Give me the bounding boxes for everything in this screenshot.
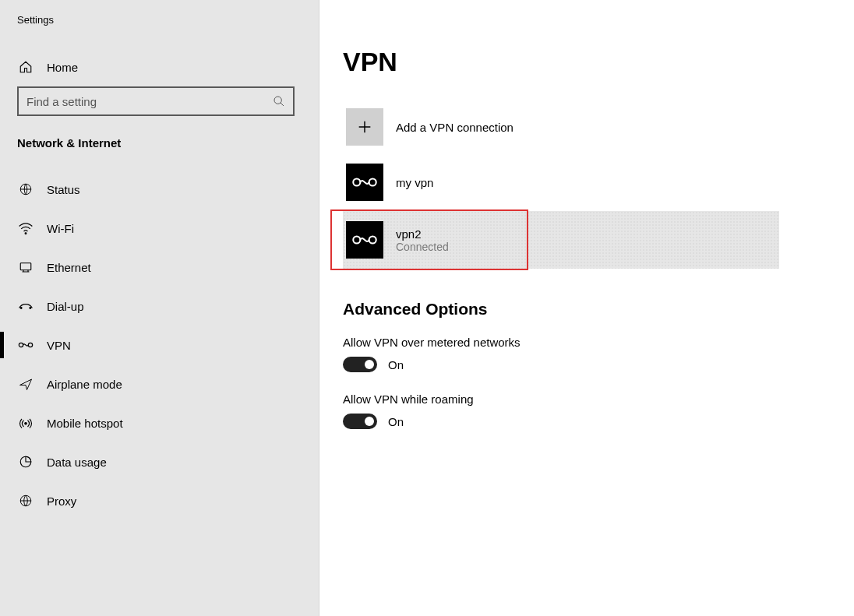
search-icon — [273, 95, 285, 107]
svg-point-6 — [19, 343, 23, 347]
toggle-state: On — [388, 358, 404, 371]
sidebar-item-label: VPN — [47, 339, 71, 352]
vpn-status: Connected — [396, 241, 449, 253]
sidebar-item-dialup[interactable]: Dial-up — [0, 287, 319, 326]
sidebar-item-label: Ethernet — [47, 261, 91, 274]
sidebar-item-label: Wi-Fi — [47, 222, 74, 235]
sidebar-nav-list: Status Wi-Fi Ethernet — [0, 170, 319, 520]
status-icon — [17, 181, 34, 198]
advanced-options-title: Advanced Options — [343, 300, 854, 319]
vpn-name: vpn2 — [396, 227, 449, 241]
settings-sidebar: Settings Home Network & Internet — [0, 0, 319, 616]
svg-point-13 — [353, 236, 360, 243]
vpn-name: my vpn — [396, 176, 433, 189]
toggle-roaming[interactable] — [343, 414, 377, 429]
sidebar-item-vpn[interactable]: VPN — [0, 326, 319, 364]
page-title: VPN — [343, 47, 854, 77]
sidebar-item-label: Airplane mode — [47, 378, 122, 391]
sidebar-home[interactable]: Home — [0, 48, 319, 86]
toggle-metered[interactable] — [343, 357, 377, 372]
svg-point-12 — [369, 178, 376, 185]
sidebar-item-label: Status — [47, 183, 80, 196]
svg-point-4 — [20, 308, 22, 309]
toggle-state: On — [388, 415, 404, 428]
home-icon — [17, 58, 34, 76]
svg-point-7 — [28, 343, 32, 347]
sidebar-item-airplane[interactable]: Airplane mode — [0, 364, 319, 403]
svg-point-8 — [25, 423, 27, 425]
ethernet-icon — [17, 259, 34, 276]
vpn-tile-icon — [346, 221, 383, 259]
sidebar-home-label: Home — [47, 61, 78, 74]
add-vpn-row[interactable]: Add a VPN connection — [343, 105, 779, 149]
main-content: VPN Add a VPN connection my vpn vpn2 — [319, 0, 854, 616]
sidebar-item-label: Mobile hotspot — [47, 417, 123, 430]
option-roaming: Allow VPN while roaming On — [343, 392, 854, 429]
proxy-icon — [17, 492, 34, 509]
wifi-icon — [17, 220, 34, 237]
sidebar-item-status[interactable]: Status — [0, 170, 319, 209]
search-box[interactable] — [17, 86, 295, 116]
sidebar-item-hotspot[interactable]: Mobile hotspot — [0, 403, 319, 442]
sidebar-item-label: Data usage — [47, 456, 107, 469]
sidebar-item-data[interactable]: Data usage — [0, 442, 319, 481]
sidebar-item-label: Dial-up — [47, 300, 84, 313]
sidebar-item-wifi[interactable]: Wi-Fi — [0, 209, 319, 248]
svg-rect-3 — [20, 263, 31, 270]
add-vpn-label: Add a VPN connection — [396, 121, 513, 134]
vpn-tile-icon — [346, 164, 383, 201]
search-input[interactable] — [26, 95, 273, 108]
svg-point-11 — [353, 178, 360, 185]
dialup-icon — [17, 297, 34, 315]
svg-point-0 — [274, 97, 281, 104]
vpn-connection-vpn2[interactable]: vpn2 Connected — [343, 211, 779, 269]
sidebar-category: Network & Internet — [0, 136, 319, 165]
data-usage-icon — [17, 453, 34, 470]
option-metered: Allow VPN over metered networks On — [343, 336, 854, 372]
svg-point-14 — [369, 236, 376, 243]
plus-icon — [346, 108, 383, 146]
sidebar-item-ethernet[interactable]: Ethernet — [0, 248, 319, 287]
search-container — [0, 86, 319, 136]
airplane-icon — [17, 375, 34, 392]
option-label: Allow VPN over metered networks — [343, 336, 854, 349]
option-label: Allow VPN while roaming — [343, 392, 854, 406]
vpn-connection-myvpn[interactable]: my vpn — [343, 158, 779, 206]
vpn-icon — [17, 336, 34, 354]
app-title: Settings — [0, 14, 319, 48]
sidebar-item-label: Proxy — [47, 495, 76, 508]
svg-point-5 — [30, 308, 31, 309]
svg-point-2 — [25, 233, 26, 234]
hotspot-icon — [17, 414, 34, 431]
sidebar-item-proxy[interactable]: Proxy — [0, 481, 319, 520]
